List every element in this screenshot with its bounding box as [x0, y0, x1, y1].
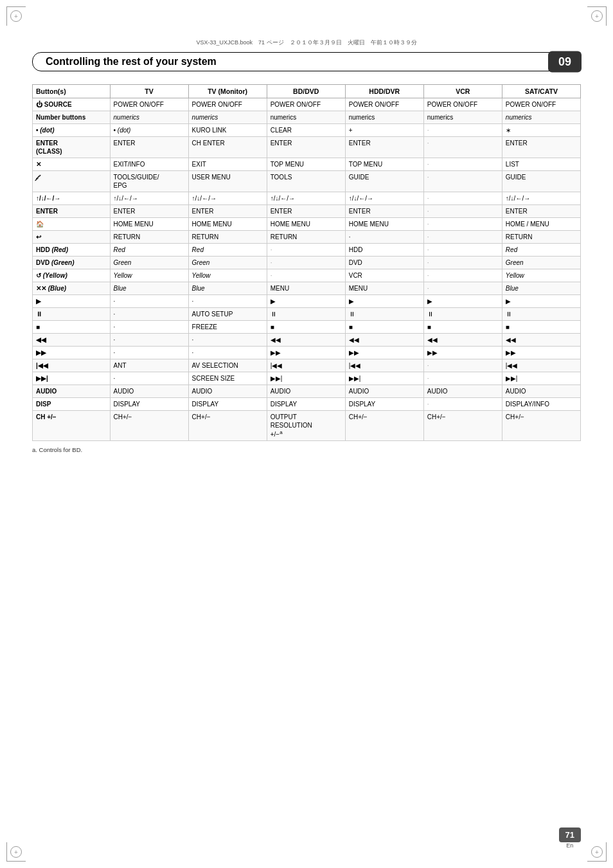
table-cell-hdd-dvr: ▶▶ [345, 347, 423, 359]
table-cell-tv-monitor: CH+/− [188, 411, 267, 441]
header-area: VSX-33_UXJCB.book 71 ページ ２０１０年３月９日 火曜日 午… [32, 39, 581, 71]
table-cell-hdd-dvr: DVD [345, 257, 423, 269]
table-cell-button: ↩ [33, 231, 111, 244]
col-header-vcr: VCR [423, 85, 502, 98]
table-cell-tv: TOOLS/GUIDE/EPG [110, 171, 188, 192]
title-bar: Controlling the rest of your system 09 [32, 52, 581, 71]
table-row: ✕EXIT/INFOEXITTOP MENUTOP MENU·LIST [33, 158, 581, 171]
table-row: Number buttonsnumericsnumericsnumericsnu… [33, 111, 581, 124]
table-row: ENTER(CLASS)ENTERCH ENTERENTERENTER·ENTE… [33, 137, 581, 158]
page-lang: En [559, 842, 581, 849]
table-cell-tv: ↑/↓/←/→ [110, 192, 188, 205]
table-cell-bd-dvd: RETURN [267, 231, 345, 244]
table-cell-tv: · [110, 347, 188, 359]
table-cell-tv: • (dot) [110, 124, 188, 137]
table-cell-vcr: ⏸ [423, 308, 502, 321]
table-cell-tv-monitor: · [188, 295, 267, 308]
table-row: ◀◀··◀◀◀◀◀◀◀◀ [33, 334, 581, 347]
table-cell-hdd-dvr: TOP MENU [345, 158, 423, 171]
table-cell-vcr: · [423, 158, 502, 171]
table-cell-button: ✕✕ (Blue) [33, 282, 111, 295]
table-cell-tv-monitor: · [188, 334, 267, 347]
table-cell-tv-monitor: RETURN [188, 231, 267, 244]
table-cell-tv-monitor: numerics [188, 111, 267, 124]
table-cell-sat-catv: ENTER [502, 137, 580, 158]
control-table: Button(s) TV TV (Monitor) BD/DVD HDD/DVR… [32, 84, 581, 441]
table-cell-hdd-dvr: VCR [345, 269, 423, 282]
table-cell-sat-catv: ▶▶ [502, 347, 580, 359]
table-cell-hdd-dvr: HOME MENU [345, 218, 423, 231]
reg-mark-tl [10, 10, 22, 22]
table-cell-button: ↺ (Yellow) [33, 269, 111, 282]
table-cell-sat-catv: ■ [502, 321, 580, 334]
table-cell-vcr: ▶ [423, 295, 502, 308]
table-cell-tv-monitor: Yellow [188, 269, 267, 282]
table-cell-sat-catv: AUDIO [502, 385, 580, 398]
table-cell-bd-dvd: ▶ [267, 295, 345, 308]
table-cell-tv-monitor: POWER ON/OFF [188, 98, 267, 111]
table-cell-tv-monitor: SCREEN SIZE [188, 372, 267, 385]
table-cell-sat-catv: Red [502, 244, 580, 257]
table-cell-bd-dvd: TOOLS [267, 171, 345, 192]
table-body: ⏻ SOURCEPOWER ON/OFFPOWER ON/OFFPOWER ON… [33, 98, 581, 441]
table-cell-sat-catv: HOME / MENU [502, 218, 580, 231]
page-number-area: 71 En [559, 827, 581, 849]
table-cell-vcr: POWER ON/OFF [423, 98, 502, 111]
table-cell-bd-dvd: ◀◀ [267, 334, 345, 347]
table-cell-vcr: · [423, 359, 502, 372]
table-cell-tv-monitor: KURO LINK [188, 124, 267, 137]
table-cell-sat-catv: RETURN [502, 231, 580, 244]
table-cell-bd-dvd: TOP MENU [267, 158, 345, 171]
table-cell-sat-catv: Green [502, 257, 580, 269]
table-cell-vcr: · [423, 205, 502, 218]
table-cell-button: DISP [33, 398, 111, 411]
table-cell-tv: Red [110, 244, 188, 257]
col-header-sat-catv: SAT/CATV [502, 85, 580, 98]
table-cell-sat-catv: ▶▶| [502, 372, 580, 385]
table-cell-hdd-dvr: + [345, 124, 423, 137]
table-cell-vcr: · [423, 171, 502, 192]
table-cell-button: AUDIO [33, 385, 111, 398]
table-cell-bd-dvd: · [267, 257, 345, 269]
table-cell-bd-dvd: ↑/↓/←/→ [267, 192, 345, 205]
table-cell-vcr: · [423, 192, 502, 205]
table-row: ↑/↓/←/→↑/↓/←/→↑/↓/←/→↑/↓/←/→↑/↓/←/→·↑/↓/… [33, 192, 581, 205]
table-cell-button: ⏻ SOURCE [33, 98, 111, 111]
table-cell-button: ■ [33, 321, 111, 334]
table-cell-bd-dvd: · [267, 244, 345, 257]
table-cell-hdd-dvr: MENU [345, 282, 423, 295]
table-cell-hdd-dvr: ◀◀ [345, 334, 423, 347]
table-cell-button: • (dot) [33, 124, 111, 137]
table-row: DVD (Green)GreenGreen·DVD·Green [33, 257, 581, 269]
table-cell-sat-catv: DISPLAY/INFO [502, 398, 580, 411]
table-cell-button: ✕ [33, 158, 111, 171]
table-cell-vcr: · [423, 269, 502, 282]
table-cell-tv: AUDIO [110, 385, 188, 398]
table-row: ENTERENTERENTERENTERENTER·ENTER [33, 205, 581, 218]
table-cell-bd-dvd: POWER ON/OFF [267, 98, 345, 111]
table-cell-bd-dvd: ▶▶| [267, 372, 345, 385]
table-cell-button: HDD (Red) [33, 244, 111, 257]
table-row: ✕✕ (Blue)BlueBlueMENUMENU·Blue [33, 282, 581, 295]
table-cell-hdd-dvr: DISPLAY [345, 398, 423, 411]
table-cell-hdd-dvr: ▶▶| [345, 372, 423, 385]
table-cell-vcr: CH+/− [423, 411, 502, 441]
table-cell-vcr: ■ [423, 321, 502, 334]
table-cell-vcr: · [423, 282, 502, 295]
table-cell-hdd-dvr: HDD [345, 244, 423, 257]
table-row: • (dot)• (dot)KURO LINKCLEAR+·∗ [33, 124, 581, 137]
table-cell-tv: ENTER [110, 205, 188, 218]
table-cell-tv: · [110, 295, 188, 308]
table-cell-tv: EXIT/INFO [110, 158, 188, 171]
page-number-box: 71 [559, 827, 581, 842]
table-cell-button: ⏸ [33, 308, 111, 321]
table-cell-sat-catv: ∗ [502, 124, 580, 137]
file-info: VSX-33_UXJCB.book 71 ページ ２０１０年３月９日 火曜日 午… [32, 39, 581, 47]
table-cell-button: |◀◀ [33, 359, 111, 372]
table-row: DISPDISPLAYDISPLAYDISPLAYDISPLAY·DISPLAY… [33, 398, 581, 411]
col-header-tv-monitor: TV (Monitor) [188, 85, 267, 98]
table-cell-tv-monitor: FREEZE [188, 321, 267, 334]
table-cell-bd-dvd: ENTER [267, 137, 345, 158]
table-cell-hdd-dvr: GUIDE [345, 171, 423, 192]
table-cell-tv-monitor: Green [188, 257, 267, 269]
